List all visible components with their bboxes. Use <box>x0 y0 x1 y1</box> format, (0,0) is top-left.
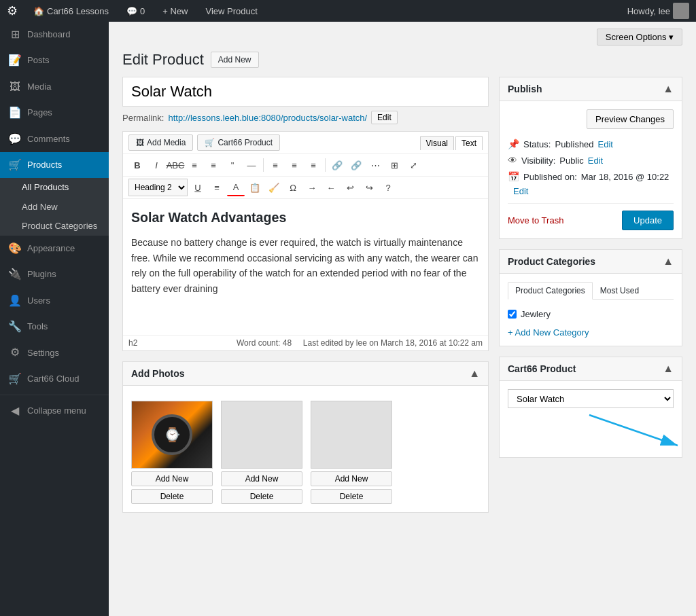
sidebar-item-dashboard[interactable]: ⊞ Dashboard <box>0 22 109 48</box>
underline-button[interactable]: U <box>189 179 207 196</box>
admin-bar: ⚙ 🏠 Cart66 Lessons 💬 0 + New View Produc… <box>0 0 696 22</box>
move-to-trash-link[interactable]: Move to Trash <box>508 215 563 225</box>
add-product-button[interactable]: 🛒 Cart66 Product <box>197 134 280 151</box>
fullscreen-button[interactable]: ⤢ <box>404 156 422 174</box>
toolbar-toggle-button[interactable]: ⊞ <box>385 156 403 174</box>
photo-thumb-3 <box>311 401 392 469</box>
redo-button[interactable]: ↪ <box>360 179 378 196</box>
sidebar-item-pages[interactable]: 📄 Pages <box>0 100 109 126</box>
category-jewlery-label: Jewlery <box>521 309 551 319</box>
cart66-product-select[interactable]: Solar Watch Classic Watch Sport Watch <box>508 389 674 408</box>
permalink-url[interactable]: http://lessons.leeh.blue:8080/products/s… <box>168 113 367 123</box>
publish-box-header[interactable]: Publish ▲ <box>500 77 682 101</box>
product-categories-title: Product Categories <box>508 256 595 267</box>
align-left-button[interactable]: ≡ <box>266 156 284 174</box>
add-new-button[interactable]: Add New <box>211 52 259 68</box>
heading-select[interactable]: Heading 1 Heading 2 Heading 3 Paragraph <box>128 179 188 196</box>
clear-format-button[interactable]: 🧹 <box>265 179 283 196</box>
editor-content[interactable]: Solar Watch Advantages Because no batter… <box>123 199 488 335</box>
add-photos-toggle[interactable]: ▲ <box>469 367 480 380</box>
text-color-button[interactable]: A <box>227 179 245 196</box>
status-icon: 📌 <box>508 139 519 149</box>
sidebar-item-cart66[interactable]: 🛒 Cart66 Cloud <box>0 366 109 392</box>
cart66-product-toggle[interactable]: ▲ <box>663 363 674 375</box>
update-button[interactable]: Update <box>622 211 674 230</box>
photo-add-new-3[interactable]: Add New <box>311 471 392 486</box>
photos-grid: ⌚ Add New Delete Add New Delete <box>131 401 480 504</box>
pages-icon: 📄 <box>8 105 22 120</box>
add-media-button[interactable]: 🖼 Add Media <box>128 134 193 151</box>
italic-button[interactable]: I <box>147 156 165 174</box>
screen-options-button[interactable]: Screen Options ▾ <box>597 29 682 46</box>
adminbar-comments[interactable]: 💬 0 <box>121 0 150 22</box>
preview-changes-button[interactable]: Preview Changes <box>587 109 674 129</box>
hr-button[interactable]: — <box>243 156 260 174</box>
align-right-button[interactable]: ≡ <box>304 156 322 174</box>
add-photos-header[interactable]: Add Photos ▲ <box>123 362 488 386</box>
tab-text[interactable]: Text <box>455 136 483 150</box>
cat-tab-most-used[interactable]: Most Used <box>593 282 646 300</box>
unlink-button[interactable]: 🔗 <box>347 156 365 174</box>
sidebar-item-settings[interactable]: ⚙ Settings <box>0 340 109 365</box>
paste-text-button[interactable]: 📋 <box>246 179 264 196</box>
photo-delete-3[interactable]: Delete <box>311 489 392 504</box>
adminbar-view-product[interactable]: View Product <box>201 0 263 22</box>
sidebar-item-tools[interactable]: 🔧 Tools <box>0 314 109 340</box>
watch-circle: ⌚ <box>152 414 192 455</box>
status-edit-link[interactable]: Edit <box>598 139 613 149</box>
sidebar-item-all-products[interactable]: All Products <box>0 178 109 197</box>
add-new-category-link[interactable]: + Add New Category <box>508 327 674 338</box>
post-title-input[interactable] <box>122 77 489 107</box>
adminbar-new[interactable]: + New <box>157 0 193 22</box>
indent-button[interactable]: → <box>303 179 321 196</box>
blockquote-button[interactable]: " <box>224 156 241 174</box>
category-jewlery-checkbox[interactable] <box>508 310 517 319</box>
published-edit-link[interactable]: Edit <box>513 186 528 196</box>
strikethrough-button[interactable]: ABC <box>167 156 184 174</box>
outdent-button[interactable]: ← <box>322 179 340 196</box>
sidebar-item-comments[interactable]: 💬 Comments <box>0 126 109 152</box>
wp-body: Screen Options ▾ Edit Product Add New Pe… <box>109 22 696 616</box>
product-categories-toggle[interactable]: ▲ <box>663 255 674 268</box>
tab-visual[interactable]: Visual <box>420 136 454 150</box>
cart66-product-icon: 🛒 <box>205 138 215 147</box>
sidebar-item-label: Appearance <box>27 242 75 255</box>
photo-add-new-1[interactable]: Add New <box>131 471 213 486</box>
edit-columns: Permalink: http://lessons.leeh.blue:8080… <box>122 77 682 523</box>
publish-toggle[interactable]: ▲ <box>663 83 674 95</box>
sidebar-item-products[interactable]: 🛒 Products <box>0 152 109 178</box>
adminbar-site[interactable]: 🏠 Cart66 Lessons <box>28 0 114 22</box>
cart66-product-content: Solar Watch Classic Watch Sport Watch <box>500 381 682 457</box>
permalink-edit-button[interactable]: Edit <box>371 111 398 124</box>
sidebar-item-product-categories[interactable]: Product Categories <box>0 217 109 236</box>
ordered-list-button[interactable]: ≡ <box>205 156 222 174</box>
more-button[interactable]: ⋯ <box>366 156 384 174</box>
cat-tab-all[interactable]: Product Categories <box>508 282 593 300</box>
justify-button[interactable]: ≡ <box>208 179 226 196</box>
sidebar-item-plugins[interactable]: 🔌 Plugins <box>0 261 109 287</box>
sidebar-item-add-new[interactable]: Add New <box>0 198 109 217</box>
align-center-button[interactable]: ≡ <box>285 156 303 174</box>
undo-button[interactable]: ↩ <box>341 179 359 196</box>
visibility-edit-link[interactable]: Edit <box>588 156 603 166</box>
comments-icon: 💬 <box>8 132 22 147</box>
photo-thumb-2 <box>221 401 302 469</box>
link-button[interactable]: 🔗 <box>328 156 346 174</box>
cart66-product-header[interactable]: Cart66 Product ▲ <box>500 357 682 381</box>
help-button[interactable]: ? <box>379 179 397 196</box>
special-char-button[interactable]: Ω <box>284 179 302 196</box>
sidebar-item-users[interactable]: 👤 Users <box>0 288 109 314</box>
sidebar-item-posts[interactable]: 📝 Posts <box>0 48 109 73</box>
photo-add-new-2[interactable]: Add New <box>221 471 302 486</box>
photo-delete-1[interactable]: Delete <box>131 489 213 504</box>
bold-button[interactable]: B <box>128 156 146 174</box>
status-label: Status: <box>523 139 551 149</box>
sidebar-item-media[interactable]: 🖼 Media <box>0 74 109 100</box>
word-count-area: Word count: 48 Last edited by lee on Mar… <box>237 338 483 348</box>
photo-delete-2[interactable]: Delete <box>221 489 302 504</box>
sidebar-collapse-menu[interactable]: ◀ Collapse menu <box>0 398 109 424</box>
sidebar-item-appearance[interactable]: 🎨 Appearance <box>0 236 109 261</box>
adminbar-right: Howdy, lee <box>627 3 689 19</box>
unordered-list-button[interactable]: ≡ <box>186 156 203 174</box>
product-categories-header[interactable]: Product Categories ▲ <box>500 250 682 274</box>
